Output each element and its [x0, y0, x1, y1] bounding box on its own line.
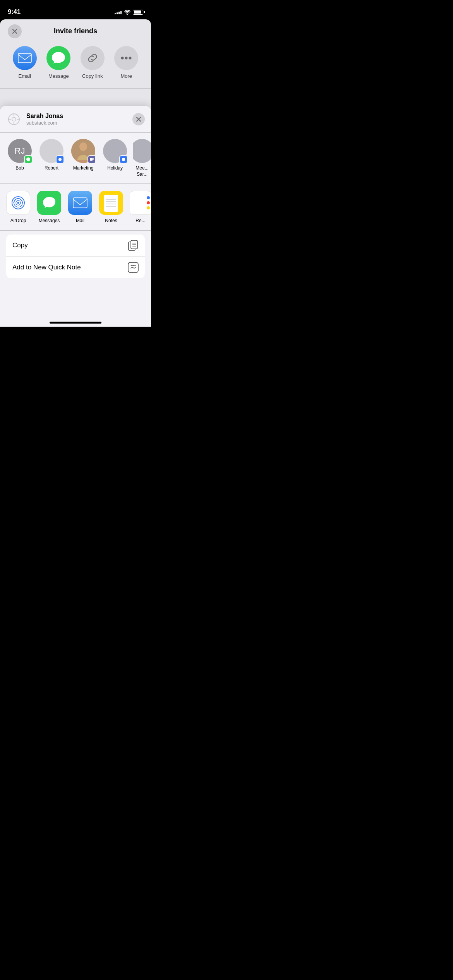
- email-icon: [13, 46, 37, 70]
- reminders-icon: [130, 191, 151, 215]
- share-message-button[interactable]: Message: [46, 46, 70, 79]
- svg-rect-31: [128, 262, 138, 272]
- status-time: 9:41: [8, 8, 21, 16]
- copy-action-label: Copy: [12, 242, 28, 249]
- svg-point-15: [122, 158, 125, 161]
- contact-bob-avatar: RJ: [8, 139, 32, 163]
- copy-documents-icon: [128, 240, 138, 251]
- app-reminders[interactable]: Re...: [130, 191, 151, 223]
- notes-icon: [99, 191, 123, 215]
- more-icon: [114, 46, 138, 70]
- airdrop-svg: [10, 195, 26, 211]
- more-label: More: [120, 73, 132, 79]
- share-sheet-close-button[interactable]: [132, 113, 145, 125]
- compass-svg-icon: [8, 113, 20, 125]
- contact-robert[interactable]: Robert: [38, 139, 65, 177]
- message-bubble-icon: [51, 51, 66, 65]
- contact-holiday[interactable]: Holiday: [101, 139, 129, 177]
- quick-note-icon: [128, 262, 139, 273]
- share-site-url: substack.com: [26, 120, 132, 126]
- quick-note-svg: [128, 262, 139, 273]
- app-airdrop[interactable]: AirDrop: [6, 191, 30, 223]
- mail-svg: [73, 197, 88, 208]
- home-indicator: [50, 322, 101, 324]
- share-more-button[interactable]: More: [114, 46, 138, 79]
- app-notes[interactable]: Notes: [99, 191, 123, 223]
- holiday-name: Holiday: [107, 165, 123, 171]
- holiday-badge-signal: [119, 155, 128, 164]
- contact-marketing-avatar: [71, 139, 95, 163]
- status-bar: 9:41: [0, 0, 151, 19]
- app-mail[interactable]: Mail: [68, 191, 92, 223]
- marketing-name: Marketing: [73, 165, 94, 171]
- svg-point-5: [12, 117, 16, 121]
- copy-action[interactable]: Copy: [6, 235, 145, 257]
- contact-holiday-avatar: [103, 139, 127, 163]
- signal-badge-icon: [121, 157, 126, 162]
- svg-rect-21: [104, 195, 118, 212]
- contact-bob[interactable]: RJ Bob: [6, 139, 33, 177]
- svg-point-10: [58, 158, 62, 161]
- messages-badge-icon: [26, 157, 31, 162]
- robert-name: Robert: [45, 165, 58, 171]
- invite-header: Invite friends: [0, 19, 151, 42]
- share-actions: Email Message Copy link: [0, 42, 151, 88]
- svg-point-12: [79, 142, 87, 151]
- bob-name: Bob: [15, 165, 24, 171]
- teams-badge-icon: [89, 157, 94, 162]
- app-messages[interactable]: Messages: [37, 191, 61, 223]
- signal-app-badge-icon: [58, 157, 62, 162]
- contacts-row: RJ Bob Robert: [0, 133, 151, 184]
- share-email-button[interactable]: Email: [13, 46, 37, 79]
- contact-robert-avatar: [39, 139, 63, 163]
- share-site-name: Sarah Jonas: [26, 113, 132, 120]
- close-x-icon: [136, 117, 141, 122]
- compass-icon: [6, 111, 22, 127]
- svg-point-1: [121, 57, 124, 60]
- svg-rect-14: [92, 158, 94, 160]
- airdrop-icon: [6, 191, 30, 215]
- copy-link-icon: [81, 46, 105, 70]
- ellipsis-icon: [121, 57, 132, 60]
- notes-label: Notes: [105, 218, 117, 223]
- svg-rect-0: [18, 53, 31, 63]
- quick-note-label: Add to New Quick Note: [12, 264, 81, 271]
- svg-rect-20: [73, 198, 87, 208]
- email-envelope-icon: [18, 53, 32, 63]
- close-icon: [12, 29, 17, 34]
- share-site-info: Sarah Jonas substack.com: [26, 113, 132, 126]
- contact-marketing[interactable]: Marketing: [70, 139, 97, 177]
- svg-point-2: [125, 57, 128, 60]
- battery-icon: [133, 10, 143, 15]
- share-sheet-header: Sarah Jonas substack.com: [0, 106, 151, 133]
- mail-label: Mail: [76, 218, 84, 223]
- robert-badge-signal: [56, 155, 64, 164]
- action-rows: Copy Add to New Quick Note: [6, 235, 145, 278]
- copy-action-icon: [128, 240, 139, 251]
- messages-svg: [42, 196, 57, 210]
- email-label: Email: [18, 73, 31, 79]
- messages-label: Messages: [39, 218, 60, 223]
- meeting-sarah-name: Mee...Sar...: [136, 165, 148, 177]
- bob-initials: RJ: [15, 146, 25, 156]
- reminders-label: Re...: [136, 218, 145, 223]
- signal-icon: [115, 10, 122, 14]
- quick-note-action[interactable]: Add to New Quick Note: [6, 257, 145, 278]
- message-label: Message: [48, 73, 69, 79]
- message-icon: [46, 46, 70, 70]
- share-sheet: Sarah Jonas substack.com RJ Bob: [0, 106, 151, 327]
- svg-point-19: [17, 202, 19, 204]
- bob-badge-messages: [24, 155, 33, 164]
- status-icons: [115, 10, 143, 15]
- share-copy-link-button[interactable]: Copy link: [81, 46, 105, 79]
- invite-close-button[interactable]: [8, 24, 22, 38]
- apps-row: AirDrop Messages Mail: [0, 184, 151, 231]
- mail-icon: [68, 191, 92, 215]
- svg-point-3: [129, 57, 132, 60]
- contact-meeting-sarah-avatar: [133, 139, 151, 163]
- invite-title: Invite friends: [54, 27, 97, 35]
- copy-link-label: Copy link: [82, 73, 103, 79]
- svg-rect-13: [90, 158, 93, 161]
- marketing-badge-teams: [88, 155, 96, 164]
- contact-meeting-sarah[interactable]: Mee...Sar...: [133, 139, 151, 177]
